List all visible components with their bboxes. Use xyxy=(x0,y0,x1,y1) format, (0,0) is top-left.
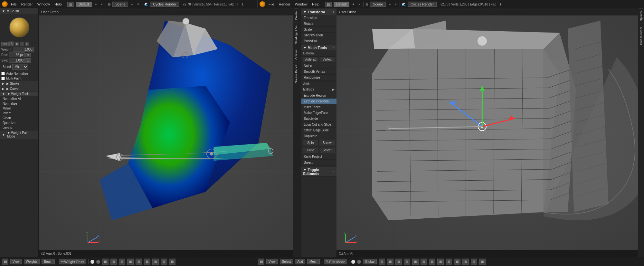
viewport-icon-1[interactable]: ⊞ xyxy=(102,259,109,265)
weight-tools-section-header[interactable]: ▼▼ Weight Tools xyxy=(0,91,38,96)
tab-plus-left[interactable]: + xyxy=(94,2,98,6)
viewport-icon-7[interactable]: ⊞ xyxy=(152,259,159,265)
mesh-tools-section-header[interactable]: ▼ Mesh Tools ≡ xyxy=(301,45,336,51)
shrink-fatten-item[interactable]: Shrink/Fatten xyxy=(301,33,336,38)
editor-type-btn-right[interactable]: ▤ xyxy=(325,2,332,7)
menu-render-right[interactable]: Render xyxy=(278,2,292,7)
noise-item[interactable]: Noise xyxy=(301,63,336,69)
inset-faces-item[interactable]: Inset Faces xyxy=(301,104,336,110)
slide-edge-item[interactable]: Slide Ed xyxy=(303,56,319,62)
randomize-item[interactable]: Randomize xyxy=(301,75,336,81)
shading-uvs-tab[interactable]: Shading / UVs xyxy=(294,23,298,47)
blender-logo[interactable] xyxy=(2,1,8,7)
right-viewport[interactable]: Options Grease Pencil User Ortho xyxy=(336,8,644,257)
menu-help[interactable]: Help xyxy=(53,2,63,7)
r-viewport-icon-3[interactable]: ⊞ xyxy=(395,259,402,265)
global-btn[interactable]: Global xyxy=(363,259,377,264)
invert-item[interactable]: Invert xyxy=(0,111,38,116)
render-engine-left[interactable]: Cycles Render xyxy=(150,2,179,7)
extrude-arrow-icon[interactable]: ▶ xyxy=(332,88,335,91)
menu-window[interactable]: Window xyxy=(36,2,51,7)
extrude-region-item[interactable]: Extrude Region xyxy=(301,93,336,99)
right-editor-icon-btn[interactable]: ▤ xyxy=(258,259,264,265)
blender-logo-right[interactable] xyxy=(260,1,265,7)
auto-normalize-checkbox[interactable] xyxy=(1,72,5,75)
multi-paint-checkbox[interactable] xyxy=(1,77,5,80)
add-btn[interactable]: Add xyxy=(295,259,305,264)
mesh-btn[interactable]: Mesh xyxy=(307,259,319,264)
blend-select[interactable]: Mix Add Subtract xyxy=(12,64,28,70)
weights-btn[interactable]: Weights xyxy=(24,259,40,264)
extrude-item[interactable]: Extrude xyxy=(303,87,332,92)
scale-item[interactable]: Scale xyxy=(301,27,336,33)
smooth-vertex-item[interactable]: Smooth Vertex xyxy=(301,69,336,75)
r-viewport-icon-9[interactable]: ⊞ xyxy=(446,259,452,265)
menu-render[interactable]: Render xyxy=(20,2,34,7)
brush-add-btn[interactable]: + xyxy=(20,42,24,46)
knife-project-item[interactable]: Knife Project xyxy=(301,154,336,160)
screw-item[interactable]: Screw xyxy=(319,140,335,146)
transform-menu-icon[interactable]: ≡ xyxy=(333,10,334,14)
loop-cut-slide-item[interactable]: Loop Cut and Slide xyxy=(301,122,336,128)
scene-plus-left[interactable]: + xyxy=(130,2,134,6)
view-btn-left[interactable]: View xyxy=(10,259,22,264)
offset-edge-slide-item[interactable]: Offset Edge Slide xyxy=(301,128,336,133)
viewport-icon-2[interactable]: ⊞ xyxy=(110,259,117,265)
push-pull-item[interactable]: Push/Pull xyxy=(301,38,336,44)
left-editor-icon-btn[interactable]: ▤ xyxy=(2,259,8,265)
view-btn-right[interactable]: View xyxy=(266,259,278,264)
options-tab-right[interactable]: Options xyxy=(639,8,643,24)
editor-type-btn-left[interactable]: ▤ xyxy=(67,2,74,7)
viewport-icon-6[interactable]: ⊞ xyxy=(144,259,150,265)
mesh-tools-menu-icon[interactable]: ≡ xyxy=(333,46,334,49)
transform-section-header[interactable]: ▼ Transform ≡ xyxy=(301,9,336,15)
select-item[interactable]: Select xyxy=(319,147,335,153)
render-engine-right[interactable]: Cycles Render xyxy=(408,2,437,7)
viewport-icon-5[interactable]: ⊞ xyxy=(136,259,142,265)
viewport-icon-3[interactable]: ⊞ xyxy=(119,259,125,265)
scene-selector-left[interactable]: Scene xyxy=(112,2,128,7)
options-tab-left[interactable]: Options xyxy=(294,47,298,62)
strength-extra-btn[interactable]: ⊙ xyxy=(25,58,31,63)
normalize-item[interactable]: Normalize xyxy=(0,101,38,106)
normalize-all-item[interactable]: Normalize All xyxy=(0,96,38,101)
rotate-item[interactable]: Rotate xyxy=(301,21,336,27)
scene-selector-right[interactable]: Scene xyxy=(370,2,386,7)
menu-file[interactable]: File xyxy=(10,2,18,7)
create-tab[interactable]: Create xyxy=(294,8,298,23)
scene-close-left[interactable]: × xyxy=(136,2,140,6)
brush-f-btn[interactable]: F xyxy=(15,42,19,46)
bisect-item[interactable]: Bisect xyxy=(301,160,336,166)
make-edge-face-item[interactable]: Make Edge/Face xyxy=(301,110,336,116)
radius-extra-btn[interactable]: ⊙ xyxy=(25,53,31,57)
tab-close-right[interactable]: × xyxy=(357,2,361,6)
r-viewport-icon-5[interactable]: ⊞ xyxy=(412,259,419,265)
r-viewport-icon-7[interactable]: ⊞ xyxy=(429,259,435,265)
toggle-menu-icon[interactable]: ≡ xyxy=(333,170,334,173)
r-viewport-icon-6[interactable]: ⊞ xyxy=(421,259,427,265)
r-viewport-icon-1[interactable]: ⊞ xyxy=(379,259,385,265)
spin-item[interactable]: Spin xyxy=(303,140,319,146)
brush-remove-btn[interactable]: × xyxy=(25,42,29,46)
quantize-item[interactable]: Quantize xyxy=(0,120,38,125)
r-viewport-icon-11[interactable]: ⊞ xyxy=(462,259,469,265)
duplicate-item[interactable]: Duplicate xyxy=(301,133,336,139)
viewport-icon-4[interactable]: ⊞ xyxy=(127,259,134,265)
levels-item[interactable]: Levels xyxy=(0,125,38,130)
curve-section-header[interactable]: ▶▶ Curve xyxy=(0,86,38,91)
menu-window-right[interactable]: Window xyxy=(294,2,309,7)
menu-file-right[interactable]: File xyxy=(267,2,276,7)
weight-input[interactable] xyxy=(13,47,34,52)
extrude-individual-item[interactable]: Extrude Individual xyxy=(301,99,336,104)
r-viewport-icon-10[interactable]: ⊞ xyxy=(454,259,460,265)
menu-help-right[interactable]: Help xyxy=(311,2,321,7)
vertex-item[interactable]: Vertex xyxy=(319,56,335,62)
stroke-section-header[interactable]: ▶▶ Stroke xyxy=(0,81,38,86)
viewport-icon-9[interactable]: ⊞ xyxy=(169,259,175,265)
mirror-item[interactable]: Mirror xyxy=(0,106,38,111)
brush-panel-header[interactable]: ▼ ▼ Brush xyxy=(0,8,38,14)
toggle-editmode-header[interactable]: ▼ Toggle Editmode ≡ xyxy=(301,167,336,177)
r-viewport-icon-8[interactable]: ⊞ xyxy=(437,259,444,265)
radius-input[interactable] xyxy=(9,52,25,57)
tab-close-left[interactable]: × xyxy=(100,2,104,6)
